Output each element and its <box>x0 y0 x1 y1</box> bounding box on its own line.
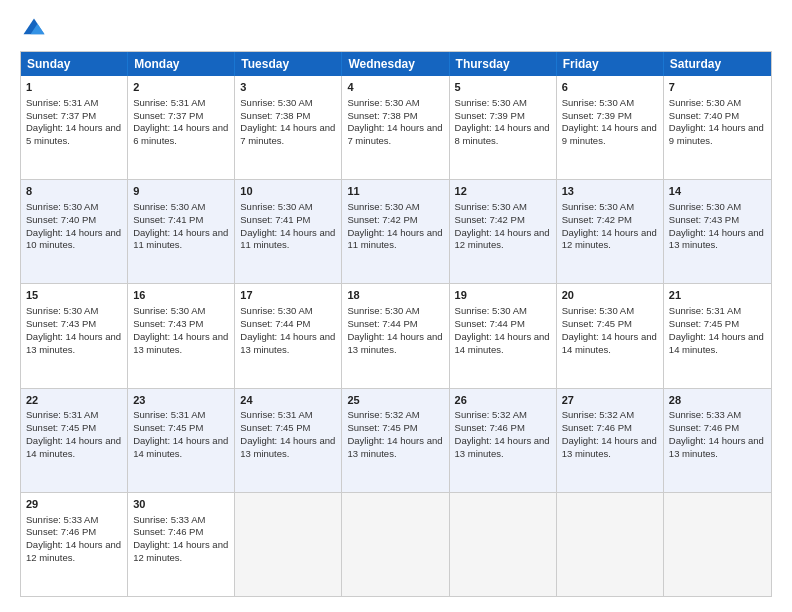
sunset-text: Sunset: 7:43 PM <box>669 214 739 225</box>
sunset-text: Sunset: 7:38 PM <box>347 110 417 121</box>
day-cell-1: 1Sunrise: 5:31 AMSunset: 7:37 PMDaylight… <box>21 76 128 179</box>
daylight-text: Daylight: 14 hours and 13 minutes. <box>240 435 335 459</box>
day-number: 5 <box>455 80 551 95</box>
header-day-monday: Monday <box>128 52 235 76</box>
sunrise-text: Sunrise: 5:30 AM <box>347 305 419 316</box>
sunset-text: Sunset: 7:45 PM <box>133 422 203 433</box>
day-number: 16 <box>133 288 229 303</box>
sunrise-text: Sunrise: 5:33 AM <box>26 514 98 525</box>
sunset-text: Sunset: 7:41 PM <box>133 214 203 225</box>
day-number: 6 <box>562 80 658 95</box>
calendar-row-5: 29Sunrise: 5:33 AMSunset: 7:46 PMDayligh… <box>21 493 771 596</box>
day-number: 24 <box>240 393 336 408</box>
sunrise-text: Sunrise: 5:30 AM <box>669 97 741 108</box>
day-cell-5: 5Sunrise: 5:30 AMSunset: 7:39 PMDaylight… <box>450 76 557 179</box>
day-number: 21 <box>669 288 766 303</box>
day-number: 1 <box>26 80 122 95</box>
daylight-text: Daylight: 14 hours and 12 minutes. <box>133 539 228 563</box>
day-cell-10: 10Sunrise: 5:30 AMSunset: 7:41 PMDayligh… <box>235 180 342 283</box>
day-cell-13: 13Sunrise: 5:30 AMSunset: 7:42 PMDayligh… <box>557 180 664 283</box>
daylight-text: Daylight: 14 hours and 13 minutes. <box>669 227 764 251</box>
page: SundayMondayTuesdayWednesdayThursdayFrid… <box>0 0 792 612</box>
sunrise-text: Sunrise: 5:33 AM <box>669 409 741 420</box>
day-number: 26 <box>455 393 551 408</box>
day-cell-15: 15Sunrise: 5:30 AMSunset: 7:43 PMDayligh… <box>21 284 128 387</box>
daylight-text: Daylight: 14 hours and 11 minutes. <box>133 227 228 251</box>
day-cell-27: 27Sunrise: 5:32 AMSunset: 7:46 PMDayligh… <box>557 389 664 492</box>
header-day-thursday: Thursday <box>450 52 557 76</box>
sunset-text: Sunset: 7:39 PM <box>455 110 525 121</box>
daylight-text: Daylight: 14 hours and 12 minutes. <box>562 227 657 251</box>
day-cell-22: 22Sunrise: 5:31 AMSunset: 7:45 PMDayligh… <box>21 389 128 492</box>
daylight-text: Daylight: 14 hours and 13 minutes. <box>26 331 121 355</box>
sunrise-text: Sunrise: 5:33 AM <box>133 514 205 525</box>
sunset-text: Sunset: 7:45 PM <box>240 422 310 433</box>
sunset-text: Sunset: 7:42 PM <box>562 214 632 225</box>
day-cell-4: 4Sunrise: 5:30 AMSunset: 7:38 PMDaylight… <box>342 76 449 179</box>
day-cell-29: 29Sunrise: 5:33 AMSunset: 7:46 PMDayligh… <box>21 493 128 596</box>
sunset-text: Sunset: 7:45 PM <box>26 422 96 433</box>
sunset-text: Sunset: 7:43 PM <box>26 318 96 329</box>
sunrise-text: Sunrise: 5:30 AM <box>455 201 527 212</box>
empty-cell <box>235 493 342 596</box>
day-number: 8 <box>26 184 122 199</box>
calendar-row-1: 1Sunrise: 5:31 AMSunset: 7:37 PMDaylight… <box>21 76 771 180</box>
sunrise-text: Sunrise: 5:30 AM <box>562 201 634 212</box>
calendar: SundayMondayTuesdayWednesdayThursdayFrid… <box>20 51 772 597</box>
sunrise-text: Sunrise: 5:30 AM <box>347 201 419 212</box>
day-cell-18: 18Sunrise: 5:30 AMSunset: 7:44 PMDayligh… <box>342 284 449 387</box>
day-number: 3 <box>240 80 336 95</box>
header-day-sunday: Sunday <box>21 52 128 76</box>
daylight-text: Daylight: 14 hours and 13 minutes. <box>455 435 550 459</box>
sunrise-text: Sunrise: 5:32 AM <box>562 409 634 420</box>
sunrise-text: Sunrise: 5:30 AM <box>455 97 527 108</box>
day-number: 29 <box>26 497 122 512</box>
sunset-text: Sunset: 7:46 PM <box>669 422 739 433</box>
header-day-saturday: Saturday <box>664 52 771 76</box>
day-cell-21: 21Sunrise: 5:31 AMSunset: 7:45 PMDayligh… <box>664 284 771 387</box>
day-cell-24: 24Sunrise: 5:31 AMSunset: 7:45 PMDayligh… <box>235 389 342 492</box>
day-cell-2: 2Sunrise: 5:31 AMSunset: 7:37 PMDaylight… <box>128 76 235 179</box>
day-cell-14: 14Sunrise: 5:30 AMSunset: 7:43 PMDayligh… <box>664 180 771 283</box>
sunrise-text: Sunrise: 5:31 AM <box>133 97 205 108</box>
sunset-text: Sunset: 7:40 PM <box>669 110 739 121</box>
daylight-text: Daylight: 14 hours and 13 minutes. <box>347 435 442 459</box>
day-cell-26: 26Sunrise: 5:32 AMSunset: 7:46 PMDayligh… <box>450 389 557 492</box>
sunset-text: Sunset: 7:44 PM <box>347 318 417 329</box>
daylight-text: Daylight: 14 hours and 9 minutes. <box>562 122 657 146</box>
empty-cell <box>664 493 771 596</box>
day-number: 7 <box>669 80 766 95</box>
daylight-text: Daylight: 14 hours and 9 minutes. <box>669 122 764 146</box>
sunrise-text: Sunrise: 5:32 AM <box>455 409 527 420</box>
day-cell-17: 17Sunrise: 5:30 AMSunset: 7:44 PMDayligh… <box>235 284 342 387</box>
day-cell-7: 7Sunrise: 5:30 AMSunset: 7:40 PMDaylight… <box>664 76 771 179</box>
day-number: 25 <box>347 393 443 408</box>
sunrise-text: Sunrise: 5:30 AM <box>240 201 312 212</box>
sunset-text: Sunset: 7:45 PM <box>669 318 739 329</box>
daylight-text: Daylight: 14 hours and 12 minutes. <box>26 539 121 563</box>
day-number: 11 <box>347 184 443 199</box>
sunset-text: Sunset: 7:43 PM <box>133 318 203 329</box>
sunset-text: Sunset: 7:46 PM <box>455 422 525 433</box>
sunset-text: Sunset: 7:37 PM <box>26 110 96 121</box>
day-number: 19 <box>455 288 551 303</box>
day-cell-20: 20Sunrise: 5:30 AMSunset: 7:45 PMDayligh… <box>557 284 664 387</box>
sunset-text: Sunset: 7:46 PM <box>26 526 96 537</box>
day-cell-30: 30Sunrise: 5:33 AMSunset: 7:46 PMDayligh… <box>128 493 235 596</box>
sunrise-text: Sunrise: 5:30 AM <box>562 305 634 316</box>
calendar-row-3: 15Sunrise: 5:30 AMSunset: 7:43 PMDayligh… <box>21 284 771 388</box>
day-cell-8: 8Sunrise: 5:30 AMSunset: 7:40 PMDaylight… <box>21 180 128 283</box>
day-cell-9: 9Sunrise: 5:30 AMSunset: 7:41 PMDaylight… <box>128 180 235 283</box>
sunrise-text: Sunrise: 5:30 AM <box>133 201 205 212</box>
sunrise-text: Sunrise: 5:30 AM <box>562 97 634 108</box>
sunset-text: Sunset: 7:46 PM <box>133 526 203 537</box>
daylight-text: Daylight: 14 hours and 13 minutes. <box>347 331 442 355</box>
sunrise-text: Sunrise: 5:30 AM <box>240 305 312 316</box>
daylight-text: Daylight: 14 hours and 13 minutes. <box>562 435 657 459</box>
sunset-text: Sunset: 7:46 PM <box>562 422 632 433</box>
logo <box>20 15 52 43</box>
day-number: 15 <box>26 288 122 303</box>
sunset-text: Sunset: 7:42 PM <box>455 214 525 225</box>
day-number: 28 <box>669 393 766 408</box>
sunset-text: Sunset: 7:42 PM <box>347 214 417 225</box>
